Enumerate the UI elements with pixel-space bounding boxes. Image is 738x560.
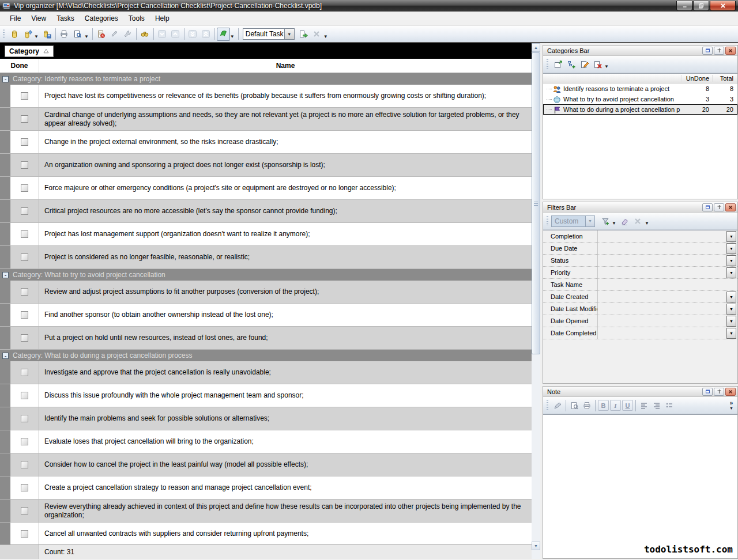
filter-dropdown-button[interactable]: ▼ [726,292,736,302]
task-row[interactable]: Find another sponsor (to obtain another … [0,304,532,327]
done-checkbox[interactable] [21,230,28,238]
save-database-button[interactable] [40,28,54,41]
task-row[interactable]: Identify the main problems and seek for … [0,407,532,430]
note-toolbar-overflow[interactable]: »▼ [729,400,735,411]
task-name-cell[interactable]: Project has lost management support (org… [39,223,532,245]
toolbar-overflow-icon[interactable]: ▼ [323,34,328,39]
task-name-cell[interactable]: Cardinal change of underlying assumption… [39,108,532,130]
task-row[interactable]: Put a project on hold until new resource… [0,327,532,350]
delete-category-button[interactable] [591,58,604,71]
menu-tasks[interactable]: Tasks [51,12,80,25]
new-category-button[interactable] [551,58,564,71]
categories-close-button[interactable] [725,47,736,55]
done-checkbox[interactable] [21,392,28,399]
notebook-dropdown-icon[interactable]: ▼ [230,34,235,39]
categories-toolbar-overflow[interactable]: ▼ [604,64,609,69]
column-header-done[interactable]: Done [0,59,39,73]
done-checkbox[interactable] [21,288,28,296]
move-down-button[interactable] [156,28,169,41]
italic-button[interactable]: I [610,400,621,411]
minimize-button[interactable] [676,1,692,11]
align-left-button[interactable] [638,399,650,412]
column-header-name[interactable]: Name [39,59,532,73]
task-name-cell[interactable]: Find another sponsor (to obtain another … [39,304,532,326]
filters-close-button[interactable] [725,203,736,211]
task-row[interactable]: Consider how to cancel the project in th… [0,453,532,476]
underline-button[interactable]: U [622,400,633,411]
note-print-button[interactable] [581,399,593,412]
print-preview-button[interactable] [71,28,84,41]
filter-dropdown-button[interactable]: ▼ [726,255,736,266]
task-name-cell[interactable]: Change in the project external environme… [39,131,532,153]
new-task-button[interactable] [95,28,108,41]
task-row[interactable]: Create a project cancellation strategy t… [0,476,532,500]
apply-filter-button[interactable] [598,214,612,228]
task-name-cell[interactable]: Consider how to cancel the project in th… [39,453,532,476]
filters-pin-button[interactable] [714,203,724,211]
done-checkbox[interactable] [21,484,28,491]
filter-dropdown-button[interactable]: ▼ [726,231,736,242]
done-checkbox[interactable] [21,438,28,445]
open-database-button[interactable] [21,28,34,41]
task-name-cell[interactable]: Project is considered as no longer feasi… [39,246,532,268]
done-checkbox[interactable] [21,311,28,319]
filter-preset-combo[interactable]: Custom ▼ [551,215,595,227]
categories-restore-button[interactable] [702,47,713,55]
task-row[interactable]: Critical project resources are no more a… [0,200,532,223]
category-group-header[interactable]: -Category: Identify reasons to terminate… [0,73,532,85]
total-column-header[interactable]: Total [712,75,737,82]
task-row[interactable]: Investigate and approve that the project… [0,361,532,384]
vertical-scrollbar[interactable]: ▲ ▼ [532,43,540,559]
print-button[interactable] [58,28,71,41]
edit-task-button[interactable] [108,28,121,41]
delete-template-button[interactable] [310,28,323,41]
task-name-cell[interactable]: Create a project cancellation strategy t… [39,476,532,499]
category-group-header[interactable]: -Category: What to try to avoid project … [0,269,532,281]
collapse-icon[interactable]: - [2,353,9,359]
done-checkbox[interactable] [21,253,28,261]
move-to-bottom-button[interactable] [186,28,199,41]
task-name-cell[interactable]: Force majeure or other emergency conditi… [39,177,532,199]
done-checkbox[interactable] [21,334,28,342]
done-checkbox[interactable] [21,369,28,376]
done-checkbox[interactable] [21,530,28,538]
task-row[interactable]: Review and adjust project assumptions to… [0,281,532,304]
done-checkbox[interactable] [21,184,28,192]
edit-category-button[interactable] [578,58,591,71]
task-row[interactable]: Discuss this issue profoundly with the w… [0,384,532,407]
move-up-button[interactable] [169,28,182,41]
menu-view[interactable]: View [26,12,51,25]
task-name-cell[interactable]: An organization owning and sponsoring a … [39,154,532,176]
filter-dropdown-button[interactable]: ▼ [726,316,736,327]
task-name-cell[interactable]: Project have lost its competitiveness or… [39,85,532,107]
task-name-cell[interactable]: Identify the main problems and seek for … [39,407,532,430]
task-name-cell[interactable]: Put a project on hold until new resource… [39,327,532,349]
align-right-button[interactable] [650,399,663,412]
scroll-down-button[interactable]: ▼ [532,542,540,550]
menu-file[interactable]: File [5,12,26,25]
task-row[interactable]: An organization owning and sponsoring a … [0,154,532,177]
note-close-button[interactable] [725,388,736,396]
task-name-cell[interactable]: Review and adjust project assumptions to… [39,281,532,303]
filters-toolbar-grip[interactable] [547,216,548,226]
task-row[interactable]: Force majeure or other emergency conditi… [0,177,532,200]
done-checkbox[interactable] [21,138,28,146]
note-editor[interactable]: todolistsoft.com [543,414,737,558]
menu-tools[interactable]: Tools [123,12,150,25]
bold-button[interactable]: B [598,400,609,411]
task-row[interactable]: Cardinal change of underlying assumption… [0,108,532,131]
category-item[interactable]: Identify reasons to terminate a project8… [543,84,737,94]
task-row[interactable]: Project have lost its competitiveness or… [0,85,532,108]
task-row[interactable]: Cancel all unwanted contracts with suppl… [0,523,532,544]
task-row[interactable]: Project has lost management support (org… [0,223,532,246]
filters-toolbar-overflow[interactable]: ▼ [645,221,649,226]
note-toolbar-grip[interactable] [547,400,548,411]
bullet-list-button[interactable] [663,399,676,412]
new-database-button[interactable] [7,28,21,41]
done-checkbox[interactable] [21,507,28,514]
categories-toolbar-grip[interactable] [547,59,548,70]
task-name-cell[interactable]: Cancel all unwanted contracts with suppl… [39,523,532,544]
restore-button[interactable] [693,1,709,11]
move-to-top-button[interactable] [199,28,213,41]
note-print-preview-button[interactable] [568,399,581,412]
